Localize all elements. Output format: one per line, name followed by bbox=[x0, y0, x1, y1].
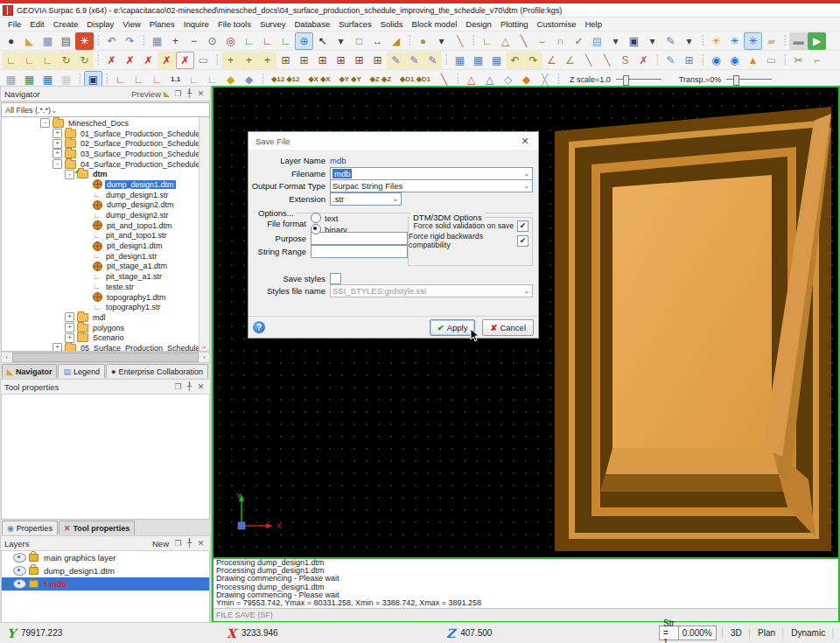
pin-panel-icon[interactable]: ╀ bbox=[184, 382, 195, 391]
open-file-icon[interactable]: ◣ bbox=[20, 32, 38, 50]
tree-expander[interactable] bbox=[82, 252, 90, 260]
toolbar-grip[interactable]: ┊ bbox=[405, 32, 414, 50]
delete-segment-icon[interactable]: ✗ bbox=[121, 52, 139, 69]
pin-panel-icon[interactable]: ╀ bbox=[184, 89, 195, 98]
tree-expander[interactable]: + bbox=[65, 323, 74, 332]
tree-expander[interactable]: - bbox=[40, 118, 50, 128]
filename-combobox[interactable]: mdb ⌄ bbox=[330, 167, 533, 180]
purpose-field[interactable] bbox=[311, 232, 408, 245]
tree-item[interactable]: ∟ topography1.dtm bbox=[2, 292, 199, 303]
edit-attribute-icon[interactable]: ✎ bbox=[387, 52, 405, 69]
dock-tab[interactable]: ✕ Tool properties bbox=[59, 521, 135, 535]
view-axis-t-icon[interactable]: ∟ bbox=[240, 32, 258, 50]
toolbar-grip[interactable]: ┊ bbox=[442, 52, 451, 69]
connect-icon[interactable]: ● bbox=[2, 32, 20, 50]
string-range-field[interactable] bbox=[311, 245, 408, 258]
toolbar-grip[interactable]: ┊ bbox=[213, 52, 221, 69]
undo-icon[interactable]: ↶ bbox=[102, 32, 121, 50]
displays-dropdown[interactable]: ▾ bbox=[643, 32, 662, 50]
zoom-data-extents-icon[interactable]: ▦ bbox=[148, 32, 166, 50]
menu-item[interactable]: Planes bbox=[145, 19, 179, 29]
tree-expander[interactable]: + bbox=[52, 139, 62, 149]
delete-point-icon[interactable]: ✗ bbox=[102, 52, 121, 69]
dock-tab[interactable]: ◉ Properties bbox=[2, 521, 58, 535]
new-layer-button[interactable]: New bbox=[152, 539, 169, 549]
lock-icon[interactable] bbox=[29, 580, 38, 588]
tree-vertical-scrollbar[interactable]: ⌄ bbox=[199, 117, 209, 351]
edit-attribute3-icon[interactable]: ✎ bbox=[424, 52, 442, 69]
save-styles-checkbox[interactable] bbox=[330, 273, 341, 284]
offset-segment-icon[interactable]: ╲ bbox=[598, 52, 616, 69]
save-file-icon[interactable]: ▦ bbox=[38, 32, 57, 50]
macro-play-icon[interactable]: ▶ bbox=[808, 32, 826, 50]
point-table-icon[interactable]: ▦ bbox=[469, 52, 487, 69]
extend-segment-icon[interactable]: ∠ bbox=[561, 52, 579, 69]
tree-expander[interactable] bbox=[82, 221, 90, 229]
radio-button[interactable] bbox=[311, 213, 321, 223]
tree-expander[interactable]: + bbox=[52, 149, 62, 158]
insert-node-icon[interactable]: ⊞ bbox=[276, 52, 295, 69]
visibility-eye-icon[interactable] bbox=[13, 566, 26, 576]
delete-string-icon[interactable]: ✗ bbox=[139, 52, 158, 69]
trim-segment-icon[interactable]: ∠ bbox=[542, 52, 561, 69]
radio-button[interactable] bbox=[311, 224, 321, 234]
toolbar-grip[interactable]: ┊ bbox=[469, 32, 478, 50]
tree-expander[interactable] bbox=[82, 232, 90, 240]
curve-fit-icon[interactable]: S bbox=[616, 52, 634, 69]
lock-icon[interactable] bbox=[29, 554, 38, 562]
move-data-icon[interactable]: ↔ bbox=[368, 32, 387, 50]
triangle-id-icon[interactable]: ▲ bbox=[744, 52, 762, 69]
tree-item[interactable]: ∟ dump_design1.str bbox=[2, 190, 199, 200]
tree-item[interactable]: ∟ teste.str bbox=[2, 282, 199, 292]
parallel-segment-icon[interactable]: ╲ bbox=[579, 52, 598, 69]
layer-table-icon[interactable]: ▦ bbox=[487, 52, 506, 69]
centre-view-icon[interactable]: ◎ bbox=[221, 32, 240, 50]
menu-item[interactable]: Solids bbox=[376, 19, 408, 29]
close-panel-icon[interactable]: ✕ bbox=[195, 382, 206, 391]
restore-panel-icon[interactable]: ❐ bbox=[172, 89, 184, 98]
report-dropdown[interactable]: ▾ bbox=[606, 32, 625, 50]
toolbar-grip[interactable]: ┊ bbox=[698, 32, 707, 50]
toolbar-grip[interactable]: ┊ bbox=[780, 32, 789, 50]
toolbar-grip[interactable]: ┊ bbox=[94, 52, 102, 69]
chevron-down-icon[interactable]: ⌄ bbox=[51, 106, 58, 115]
light-settings-icon[interactable]: ☀ bbox=[707, 32, 725, 50]
tree-item[interactable]: + ∟ 03_Surface_Production_Schedule_Targe… bbox=[2, 149, 199, 159]
scroll-down-icon[interactable]: ⌄ bbox=[200, 341, 209, 351]
menu-item[interactable]: Edit bbox=[25, 19, 48, 29]
chevron-down-icon[interactable]: ⌄ bbox=[390, 193, 400, 205]
copy-layer-icon[interactable]: ▭ bbox=[194, 52, 213, 69]
view-axis-z-icon[interactable]: ∟ bbox=[276, 32, 295, 50]
tree-item[interactable]: - ✔ ∟ dtm bbox=[2, 169, 199, 179]
break-string-icon[interactable]: ╲ bbox=[514, 32, 533, 50]
insert-point-segment-icon[interactable]: + bbox=[240, 52, 258, 69]
close-panel-icon[interactable]: ✕ bbox=[195, 89, 206, 98]
tree-item[interactable]: - ∟ 04_Surface_Production_Schedule_Impro… bbox=[2, 159, 199, 170]
preview-icon[interactable]: ◣ bbox=[161, 89, 172, 98]
view-axis-x-icon[interactable]: ∟ bbox=[258, 32, 276, 50]
menu-item[interactable]: Plotting bbox=[496, 19, 533, 29]
orbit-view-icon[interactable]: ⊕ bbox=[295, 32, 313, 50]
select-point-icon[interactable]: ∟ bbox=[2, 52, 20, 69]
restore-panel-icon[interactable]: ❐ bbox=[172, 539, 184, 548]
tree-item[interactable]: ∟ pit_stage_a1.dtm bbox=[2, 262, 199, 272]
layer-row[interactable]: dump_design1.dtm bbox=[2, 564, 209, 577]
delete-range-icon[interactable]: ✗ bbox=[158, 52, 176, 69]
tree-expander[interactable] bbox=[82, 293, 90, 301]
tree-item[interactable]: ∟ pit_and_topo1.str bbox=[2, 231, 199, 241]
message-console[interactable]: Processing dump_design1.dtm Processing d… bbox=[214, 557, 838, 608]
menu-item[interactable]: File bbox=[4, 19, 25, 29]
new-sheet-icon[interactable]: ⊞ bbox=[680, 52, 698, 69]
cancel-button[interactable]: ✘ Cancel bbox=[482, 319, 534, 336]
menu-item[interactable]: File tools bbox=[214, 19, 256, 29]
draw-line-icon[interactable]: ╲ bbox=[451, 32, 469, 50]
z-scale-slider[interactable] bbox=[616, 75, 662, 84]
tree-item[interactable]: + ∟ Scenario bbox=[2, 332, 199, 343]
scroll-right-icon[interactable]: › bbox=[200, 354, 209, 360]
restore-panel-icon[interactable]: ❐ bbox=[172, 382, 184, 391]
join-strings-icon[interactable]: ⌣ bbox=[533, 32, 551, 50]
apply-button[interactable]: ✔ Apply bbox=[430, 319, 476, 336]
extension-combobox[interactable]: .str ⌄ bbox=[330, 192, 402, 206]
tree-expander[interactable] bbox=[82, 262, 90, 270]
menu-item[interactable]: Create bbox=[49, 19, 83, 29]
